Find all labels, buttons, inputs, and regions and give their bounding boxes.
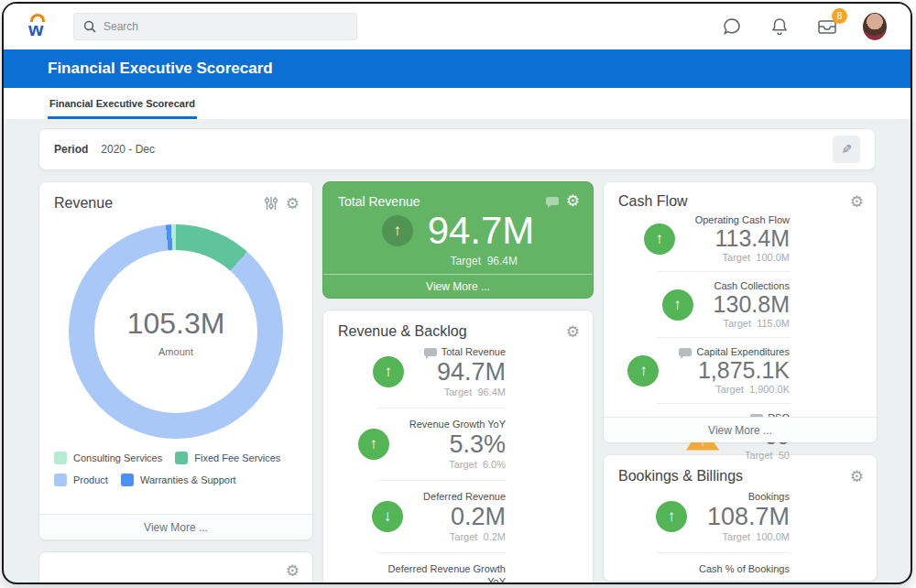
up-arrow-icon: ↑ bbox=[382, 215, 413, 246]
revenue-card: Revenue ⚙ bbox=[38, 181, 313, 540]
metric-capital-expenditures: ↑ Capital Expenditures 1,875.1K Target 1… bbox=[604, 342, 877, 399]
gear-icon[interactable]: ⚙ bbox=[850, 469, 864, 485]
metric-value: 108.7M bbox=[707, 503, 790, 530]
metric-cash-collections: ↑ Cash Collections 130.8M Target 115.0M bbox=[604, 276, 877, 333]
legend-item[interactable]: Warranties & Support bbox=[121, 474, 236, 486]
donut-center: 105.3M Amount bbox=[94, 250, 257, 413]
bookings-billings-card: Bookings & Billings ⚙ ↑ Bookings 108.7M … bbox=[603, 454, 878, 582]
total-revenue-view-more[interactable]: View More ... bbox=[323, 274, 593, 298]
search-icon bbox=[83, 20, 96, 33]
legend-item[interactable]: Product bbox=[54, 474, 108, 486]
chat-button[interactable] bbox=[720, 15, 744, 38]
search-input[interactable] bbox=[104, 20, 347, 33]
divider bbox=[376, 408, 506, 408]
up-arrow-icon: ↑ bbox=[644, 223, 675, 255]
metric-target: Target 100.0M bbox=[707, 530, 790, 543]
legend-item[interactable]: Fixed Fee Services bbox=[175, 452, 280, 464]
divider bbox=[657, 337, 790, 338]
up-arrow-icon: ↑ bbox=[662, 289, 693, 321]
page-header: Financial Executive Scorecard bbox=[4, 49, 911, 88]
bookings-title: Bookings & Billings bbox=[618, 468, 743, 485]
gear-icon[interactable]: ⚙ bbox=[286, 196, 300, 212]
donut-center-label: Amount bbox=[158, 346, 193, 357]
gear-icon[interactable]: ⚙ bbox=[286, 563, 300, 579]
comment-icon[interactable] bbox=[424, 348, 437, 356]
gear-icon[interactable]: ⚙ bbox=[566, 324, 580, 340]
app-window: w bbox=[2, 2, 912, 584]
page-title: Financial Executive Scorecard bbox=[48, 60, 273, 78]
revenue-legend: Consulting Services Fixed Fee Services P… bbox=[39, 439, 312, 486]
metric-value: 113.4M bbox=[695, 226, 790, 251]
revenue-view-more[interactable]: View More ... bbox=[39, 514, 312, 539]
legend-item[interactable]: Consulting Services bbox=[54, 452, 162, 464]
cash-flow-card: Cash Flow ⚙ ↑ Operating Cash Flow 113.4M… bbox=[603, 181, 878, 443]
metric-target: Target 96.4M bbox=[424, 386, 506, 398]
workday-logo[interactable]: w bbox=[27, 13, 51, 40]
revenue-backlog-card: Revenue & Backlog ⚙ ↑ Total Revenue 94.7… bbox=[322, 310, 594, 583]
edit-period-button[interactable]: ✎ bbox=[833, 136, 860, 163]
search-bar[interactable] bbox=[73, 13, 357, 40]
partial-card-bottom-left: ⚙ bbox=[38, 551, 313, 583]
comment-icon[interactable] bbox=[679, 348, 692, 356]
up-arrow-icon: ↑ bbox=[627, 355, 659, 387]
comment-icon[interactable] bbox=[546, 197, 559, 205]
notifications-button[interactable] bbox=[768, 15, 791, 38]
period-label: Period bbox=[54, 143, 88, 156]
legend-swatch-consulting bbox=[54, 452, 67, 464]
total-revenue-title: Total Revenue bbox=[338, 194, 420, 209]
legend-swatch-warranties bbox=[121, 474, 134, 486]
pencil-icon: ✎ bbox=[841, 142, 852, 157]
metric-value: 1,875.1K bbox=[679, 358, 790, 383]
period-value: 2020 - Dec bbox=[101, 143, 155, 156]
metric-value: 94.7M bbox=[424, 358, 506, 386]
cash-flow-view-more[interactable]: View More ... bbox=[604, 417, 877, 442]
metric-target: Target 100.0M bbox=[695, 251, 790, 264]
total-revenue-value: 94.7M bbox=[428, 209, 535, 253]
tab-financial-executive-scorecard[interactable]: Financial Executive Scorecard bbox=[48, 98, 197, 119]
avatar bbox=[863, 13, 887, 40]
metric-operating-cash-flow: ↑ Operating Cash Flow 113.4M Target 100.… bbox=[604, 210, 877, 267]
metric-deferred-revenue-growth: ↑ Deferred Revenue Growth YoY (39.0%) Ta… bbox=[323, 557, 593, 583]
metric-revenue-growth: ↑ Revenue Growth YoY 5.3% Target 6.0% bbox=[323, 412, 593, 476]
divider bbox=[376, 552, 506, 553]
inbox-button[interactable]: 8 bbox=[815, 15, 839, 38]
total-revenue-target: Target 96.4M bbox=[323, 255, 593, 267]
divider bbox=[376, 480, 506, 481]
metric-value: 5.3% bbox=[409, 430, 506, 458]
gear-icon[interactable]: ⚙ bbox=[850, 194, 864, 210]
top-bar: w bbox=[4, 4, 911, 49]
revenue-card-title: Revenue bbox=[54, 195, 113, 212]
legend-swatch-product bbox=[54, 474, 67, 486]
metric-target: Target 6.0% bbox=[409, 458, 506, 471]
legend-swatch-fixed-fee bbox=[175, 452, 188, 464]
metric-target: Target 50 bbox=[739, 449, 790, 462]
tab-bar: Financial Executive Scorecard bbox=[4, 88, 911, 119]
revenue-donut[interactable]: 105.3M Amount bbox=[69, 224, 283, 439]
filter-sliders-icon[interactable] bbox=[264, 196, 278, 211]
warning-triangle-icon: ↑ bbox=[323, 582, 356, 583]
metric-value: 0.2M bbox=[423, 503, 506, 530]
profile-button[interactable] bbox=[863, 15, 887, 38]
metric-bookings: ↑ Bookings 108.7M Target 100.0M bbox=[604, 485, 877, 549]
metric-value: 130.8M bbox=[714, 292, 790, 317]
up-arrow-icon: ↑ bbox=[656, 501, 687, 532]
dashboard-content: Period 2020 - Dec ✎ Revenue bbox=[4, 119, 911, 583]
metric-target: Target 0.2M bbox=[423, 530, 506, 543]
revenue-backlog-title: Revenue & Backlog bbox=[338, 323, 467, 340]
inbox-badge: 8 bbox=[832, 8, 847, 24]
period-card: Period 2020 - Dec ✎ bbox=[38, 128, 876, 170]
metric-total-revenue: ↑ Total Revenue 94.7M Target 96.4M bbox=[323, 340, 593, 404]
logo-letter: w bbox=[28, 18, 42, 40]
up-arrow-icon: ↑ bbox=[373, 356, 404, 387]
bell-icon bbox=[770, 16, 789, 37]
up-arrow-icon: ↑ bbox=[358, 429, 389, 460]
metric-deferred-revenue: ↓ Deferred Revenue 0.2M Target 0.2M bbox=[323, 485, 593, 549]
cash-flow-title: Cash Flow bbox=[618, 193, 688, 210]
total-revenue-card: Total Revenue ⚙ ↑ 94.7M Target 96.4M Vie… bbox=[322, 181, 594, 299]
gear-icon[interactable]: ⚙ bbox=[566, 193, 580, 209]
divider bbox=[657, 403, 790, 404]
donut-center-value: 105.3M bbox=[127, 307, 225, 341]
metric-target: Target 1,900.0K bbox=[679, 383, 790, 396]
down-arrow-icon: ↓ bbox=[372, 501, 403, 532]
metric-target: Target 115.0M bbox=[714, 317, 790, 330]
